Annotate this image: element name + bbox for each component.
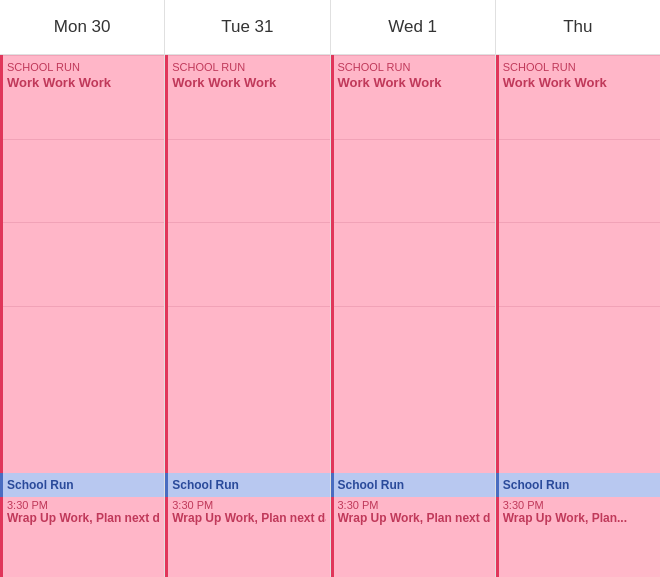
school-run-title-wed: School Run [338,478,405,492]
time-lines-mon [3,55,164,473]
time-line [168,222,329,306]
wrap-up-title-wed: Wrap Up Work, Plan next dat [338,511,491,525]
wrap-up-event-tue[interactable]: 3:30 PM Wrap Up Work, Plan next dat [165,497,329,577]
time-line [499,306,660,390]
work-event-tue[interactable]: SCHOOL RUN Work Work Work [165,55,329,473]
wrap-up-event-wed[interactable]: 3:30 PM Wrap Up Work, Plan next dat [331,497,495,577]
header-label-mon: Mon 30 [54,17,111,37]
work-cut-label-tue: SCHOOL RUN [172,61,245,73]
school-run-title-thu: School Run [503,478,570,492]
work-event-title-tue: Work Work Work [172,75,325,90]
time-line [499,222,660,306]
header-label-wed: Wed 1 [388,17,437,37]
work-event-title-thu: Work Work Work [503,75,656,90]
school-run-event-tue[interactable]: School Run [165,473,329,497]
time-line [3,222,164,306]
header-cell-mon: Mon 30 [0,0,165,54]
school-run-title-tue: School Run [172,478,239,492]
header-label-tue: Tue 31 [221,17,273,37]
day-column-mon: SCHOOL RUN Work Work Work School Run 3:3… [0,55,165,577]
wrap-up-time-tue: 3:30 PM [172,499,325,511]
calendar-container: Mon 30 Tue 31 Wed 1 Thu SCHOOL RUN Work … [0,0,660,577]
work-cut-label-wed: SCHOOL RUN [338,61,411,73]
time-line [3,306,164,390]
header-label-thu: Thu [563,17,592,37]
header-row: Mon 30 Tue 31 Wed 1 Thu [0,0,660,55]
time-line [334,139,495,223]
time-lines-wed [334,55,495,473]
header-cell-thu: Thu [496,0,660,54]
day-column-wed: SCHOOL RUN Work Work Work School Run 3:3… [331,55,496,577]
work-event-wed[interactable]: SCHOOL RUN Work Work Work [331,55,495,473]
wrap-up-event-mon[interactable]: 3:30 PM Wrap Up Work, Plan next dat [0,497,164,577]
time-lines-tue [168,55,329,473]
time-line [499,139,660,223]
days-row: SCHOOL RUN Work Work Work School Run 3:3… [0,55,660,577]
school-run-event-wed[interactable]: School Run [331,473,495,497]
work-cut-label-mon: SCHOOL RUN [7,61,80,73]
time-line [3,139,164,223]
wrap-up-time-mon: 3:30 PM [7,499,160,511]
work-event-mon[interactable]: SCHOOL RUN Work Work Work [0,55,164,473]
work-cut-label-thu: SCHOOL RUN [503,61,576,73]
wrap-up-title-tue: Wrap Up Work, Plan next dat [172,511,325,525]
school-run-event-mon[interactable]: School Run [0,473,164,497]
wrap-up-event-thu[interactable]: 3:30 PM Wrap Up Work, Plan... [496,497,660,577]
time-lines-thu [499,55,660,473]
wrap-up-title-mon: Wrap Up Work, Plan next dat [7,511,160,525]
wrap-up-time-thu: 3:30 PM [503,499,656,511]
time-line [334,306,495,390]
header-cell-wed: Wed 1 [331,0,496,54]
work-event-title-mon: Work Work Work [7,75,160,90]
wrap-up-time-wed: 3:30 PM [338,499,491,511]
work-event-title-wed: Work Work Work [338,75,491,90]
time-line [168,139,329,223]
time-line [168,306,329,390]
day-column-tue: SCHOOL RUN Work Work Work School Run 3:3… [165,55,330,577]
work-event-thu[interactable]: SCHOOL RUN Work Work Work [496,55,660,473]
wrap-up-title-thu: Wrap Up Work, Plan... [503,511,656,525]
day-column-thu: SCHOOL RUN Work Work Work School Run 3:3… [496,55,660,577]
school-run-event-thu[interactable]: School Run [496,473,660,497]
school-run-title-mon: School Run [7,478,74,492]
header-cell-tue: Tue 31 [165,0,330,54]
time-line [334,222,495,306]
